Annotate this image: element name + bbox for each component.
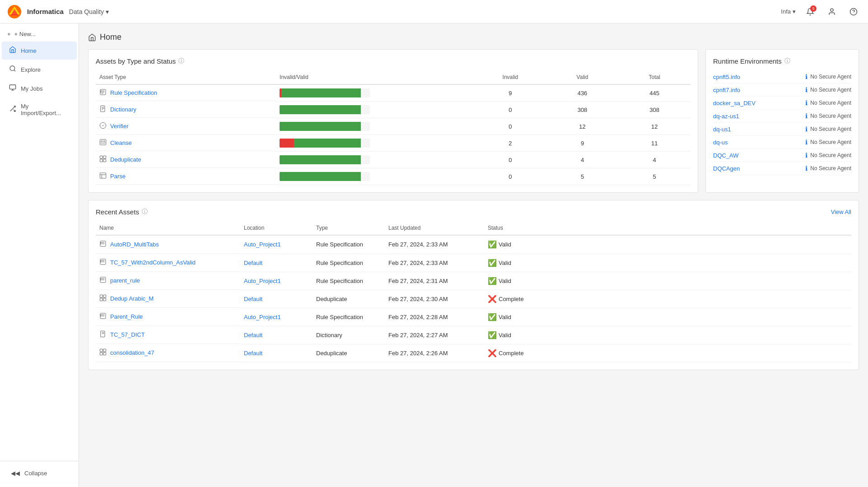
status-label: Complete xyxy=(499,350,524,357)
total-count: 11 xyxy=(618,135,691,152)
recent-asset-name: TC_57_DICT xyxy=(110,331,145,338)
recent-table-row: parent_rule Auto_Project1 Rule Specifica… xyxy=(96,272,851,290)
recent-name-cell[interactable]: Parent_Rule xyxy=(96,308,240,326)
runtime-status: ℹ No Secure Agent xyxy=(805,139,851,146)
sidebar-item-import-export[interactable]: My Import/Export... xyxy=(2,98,77,121)
recent-name-cell[interactable]: TC_57_With2ndColumn_AsValid xyxy=(96,254,240,272)
new-label: + New... xyxy=(14,31,36,37)
info-icon[interactable]: ℹ xyxy=(805,125,807,133)
recent-date-cell: Feb 27, 2024, 2:33 AM xyxy=(385,254,484,272)
info-icon[interactable]: ℹ xyxy=(805,86,807,93)
total-count: 4 xyxy=(618,152,691,168)
asset-name-label: Cleanse xyxy=(110,139,132,146)
svg-line-7 xyxy=(14,70,15,71)
runtime-name[interactable]: cpnft7.info xyxy=(713,87,740,93)
recent-type-cell: Deduplicate xyxy=(313,344,385,362)
valid-count: 9 xyxy=(546,135,619,152)
parse-icon xyxy=(99,172,107,181)
runtime-name[interactable]: dq-az-us1 xyxy=(713,113,739,120)
runtime-row: dq-az-us1 ℹ No Secure Agent xyxy=(713,110,851,123)
sidebar-jobs-label: My Jobs xyxy=(21,85,42,92)
info-icon[interactable]: ℹ xyxy=(805,152,807,159)
collapse-button[interactable]: ◀◀ Collapse xyxy=(4,465,75,481)
runtime-name[interactable]: DQC_AW xyxy=(713,152,739,159)
progress-bar xyxy=(280,172,370,181)
col-invalid: Invalid xyxy=(474,70,546,84)
asset-name-cell[interactable]: Deduplicate xyxy=(96,152,276,168)
total-count: 445 xyxy=(618,84,691,102)
info-icon[interactable]: ℹ xyxy=(805,139,807,146)
recent-col-last-updated: Last Updated xyxy=(385,221,484,235)
help-button[interactable] xyxy=(846,5,861,19)
info-icon[interactable]: ℹ xyxy=(805,73,807,80)
recent-table-row: TC_57_With2ndColumn_AsValid Default Rule… xyxy=(96,254,851,272)
valid-bar xyxy=(281,88,361,97)
recent-status-cell: ✅Valid xyxy=(484,326,851,344)
new-button[interactable]: + + New... xyxy=(0,27,79,41)
asset-name-cell[interactable]: Rule Specification xyxy=(96,85,276,101)
total-count: 12 xyxy=(618,118,691,135)
chevron-down-icon: ▾ xyxy=(106,8,109,15)
asset-name-cell[interactable]: Verifier xyxy=(96,118,276,135)
status-label: Valid xyxy=(499,314,511,320)
sidebar-item-explore[interactable]: Explore xyxy=(2,60,77,79)
recent-name-cell[interactable]: TC_57_DICT xyxy=(96,326,240,344)
user-profile-button[interactable] xyxy=(825,5,839,19)
recent-status-cell: ✅Valid xyxy=(484,235,851,254)
asset-name-cell[interactable]: Cleanse xyxy=(96,135,276,151)
asset-name-cell[interactable]: Parse xyxy=(96,168,276,185)
info-icon[interactable]: ℹ xyxy=(805,112,807,120)
recent-name-cell[interactable]: AutoRD_MultiTabs xyxy=(96,236,240,254)
svg-point-38 xyxy=(101,242,101,243)
user-menu[interactable]: Infa ▾ xyxy=(781,8,796,15)
recent-name-cell[interactable]: Dedup Arabic_M xyxy=(96,290,240,308)
home-icon xyxy=(9,46,16,55)
svg-point-49 xyxy=(101,279,101,280)
info-icon[interactable]: ℹ xyxy=(805,99,807,107)
recent-asset-name: consolidation_47 xyxy=(110,349,154,356)
view-all-button[interactable]: View All xyxy=(831,209,851,215)
runtime-name[interactable]: DQCAgen xyxy=(713,165,740,172)
sidebar-item-jobs[interactable]: My Jobs xyxy=(2,79,77,97)
asset-name-cell[interactable]: Dictionary xyxy=(96,102,276,118)
recent-name-cell[interactable]: consolidation_47 xyxy=(96,344,240,362)
recent-location-cell[interactable]: Default xyxy=(240,344,313,362)
assets-help-icon[interactable]: ⓘ xyxy=(178,57,184,65)
recent-help-icon[interactable]: ⓘ xyxy=(142,208,148,216)
check-circle-icon: ✅ xyxy=(488,240,497,249)
runtime-name[interactable]: docker_sa_DEV xyxy=(713,100,756,107)
runtime-name[interactable]: dq-us1 xyxy=(713,126,731,133)
invalid-count: 0 xyxy=(474,168,546,185)
status-valid: ✅Valid xyxy=(488,240,848,249)
recent-table-row: consolidation_47 Default Deduplicate Feb… xyxy=(96,344,851,362)
svg-point-43 xyxy=(101,260,101,261)
valid-count: 12 xyxy=(546,118,619,135)
page-header: Home xyxy=(88,32,859,42)
recent-location-cell[interactable]: Auto_Project1 xyxy=(240,272,313,290)
svg-point-25 xyxy=(101,140,103,142)
recent-location-cell[interactable]: Default xyxy=(240,290,313,308)
notifications-button[interactable]: 5 xyxy=(803,5,817,19)
profile-icon xyxy=(828,8,836,16)
recent-location-cell[interactable]: Default xyxy=(240,326,313,344)
sidebar-item-home[interactable]: Home xyxy=(2,42,77,60)
runtime-status: ℹ No Secure Agent xyxy=(805,125,851,133)
product-name-label: Data Quality xyxy=(69,8,104,15)
valid-count: 4 xyxy=(546,152,619,168)
recent-location-cell[interactable]: Auto_Project1 xyxy=(240,235,313,254)
progress-bar xyxy=(280,122,370,131)
error-circle-icon: ❌ xyxy=(488,349,497,357)
runtime-help-icon[interactable]: ⓘ xyxy=(784,57,790,65)
recent-name-cell[interactable]: parent_rule xyxy=(96,272,240,290)
product-selector[interactable]: Data Quality ▾ xyxy=(69,8,109,15)
runtime-name[interactable]: dq-us xyxy=(713,139,728,146)
valid-count: 436 xyxy=(546,84,619,102)
info-icon[interactable]: ℹ xyxy=(805,165,807,172)
recent-location-cell[interactable]: Auto_Project1 xyxy=(240,308,313,326)
recent-location-cell[interactable]: Default xyxy=(240,254,313,272)
user-chevron-icon: ▾ xyxy=(793,8,796,15)
bar-cell xyxy=(276,168,474,185)
runtime-name[interactable]: cpnft5.info xyxy=(713,74,740,80)
svg-rect-24 xyxy=(100,139,106,145)
runtime-status-label: No Secure Agent xyxy=(810,87,851,93)
